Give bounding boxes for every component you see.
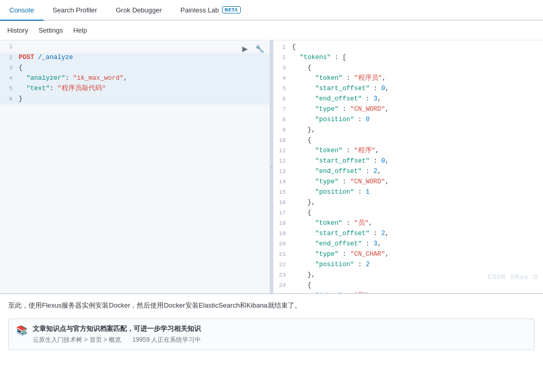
run-icon[interactable]: ▶ (240, 43, 250, 54)
editor-line-1: 1 (0, 42, 270, 53)
knowledge-icon: 📚 (16, 325, 27, 336)
output-line-16: 16 }, (273, 198, 543, 208)
help-button[interactable]: Help (72, 24, 88, 36)
output-line-6: 6 "end_offset" : 3, (273, 94, 543, 105)
editor-line-6: 6 } (0, 94, 270, 105)
output-line-5: 5 "start_offset" : 0, (273, 84, 543, 94)
tab-console[interactable]: Console (0, 0, 43, 21)
editor-code-area[interactable]: 1 2 POST /_analyze 3 { 4 "analyzer": "ik… (0, 40, 270, 293)
editor-area: ▶ 🔧 1 2 POST /_analyze 3 { 4 "analyzer" (0, 40, 543, 294)
output-line-7: 7 "type" : "CN_WORD", (273, 105, 543, 115)
knowledge-title: 文章知识点与官方知识档案匹配，可进一步学习相关知识 (33, 324, 201, 333)
output-line-3: 3 { (273, 63, 543, 74)
bottom-text: 至此，使用Flexus服务器实例安装Docker，然后使用Docker安装Ela… (8, 300, 535, 311)
output-line-8: 8 "position" : 0 (273, 115, 543, 125)
editor-line-5: 5 "text": "程序员敲代码" (0, 84, 270, 94)
output-line-14: 14 "type" : "CN_WORD", (273, 177, 543, 187)
tab-grok-debugger[interactable]: Grok Debugger (107, 0, 171, 21)
output-line-25: 25 "token" : "敲", (273, 291, 543, 293)
editor-line-2: 2 POST /_analyze (0, 53, 270, 63)
breadcrumb: 云原生入门技术树 > 首页 > 概览 (33, 336, 121, 343)
knowledge-meta: 云原生入门技术树 > 首页 > 概览 19959 人正在系统学习中 (33, 336, 201, 344)
editor-line-4: 4 "analyzer": "ik_max_word", (0, 74, 270, 84)
output-line-19: 19 "start_offset" : 2, (273, 229, 543, 239)
output-line-2: 2 "tokens" : [ (273, 53, 543, 63)
left-pane: ▶ 🔧 1 2 POST /_analyze 3 { 4 "analyzer" (0, 40, 270, 293)
editor-actions: ▶ 🔧 (240, 43, 265, 54)
wrench-icon[interactable]: 🔧 (254, 43, 265, 54)
output-line-17: 17 { (273, 208, 543, 219)
output-line-9: 9 }, (273, 125, 543, 136)
tab-search-profiler[interactable]: Search Profiler (43, 0, 107, 21)
output-line-13: 13 "end_offset" : 2, (273, 167, 543, 177)
output-line-11: 11 "token" : "程序", (273, 146, 543, 156)
settings-button[interactable]: Settings (37, 24, 64, 36)
output-line-12: 12 "start_offset" : 0, (273, 156, 543, 167)
right-pane: CSDN @Mao.O 1 { 2 "tokens" : [ 3 { 4 "to… (273, 40, 543, 293)
history-button[interactable]: History (6, 24, 29, 36)
output-line-18: 18 "token" : "员", (273, 219, 543, 229)
bottom-area: 至此，使用Flexus服务器实例安装Docker，然后使用Docker安装Ela… (0, 294, 543, 392)
editor-line-3: 3 { (0, 63, 270, 74)
output-line-15: 15 "position" : 1 (273, 187, 543, 198)
output-line-20: 20 "end_offset" : 3, (273, 239, 543, 250)
output-code-area[interactable]: CSDN @Mao.O 1 { 2 "tokens" : [ 3 { 4 "to… (273, 40, 543, 293)
toolbar: History Settings Help (0, 21, 543, 40)
output-line-21: 21 "type" : "CN_CHAR", (273, 250, 543, 260)
output-line-4: 4 "token" : "程序员", (273, 74, 543, 84)
beta-badge: BETA (222, 6, 241, 13)
output-line-10: 10 { (273, 136, 543, 146)
output-line-24: 24 { (273, 281, 543, 291)
knowledge-content: 文章知识点与官方知识档案匹配，可进一步学习相关知识 云原生入门技术树 > 首页 … (33, 324, 201, 344)
output-line-22: 22 "position" : 2 (273, 260, 543, 270)
output-line-1: 1 { (273, 42, 543, 53)
learners-count: 19959 人正在系统学习中 (133, 336, 201, 343)
knowledge-box[interactable]: 📚 文章知识点与官方知识档案匹配，可进一步学习相关知识 云原生入门技术树 > 首… (8, 318, 535, 350)
tab-bar: Console Search Profiler Grok Debugger Pa… (0, 0, 543, 21)
output-line-23: 23 }, (273, 270, 543, 281)
tab-painless-lab[interactable]: Painless Lab BETA (171, 0, 250, 21)
